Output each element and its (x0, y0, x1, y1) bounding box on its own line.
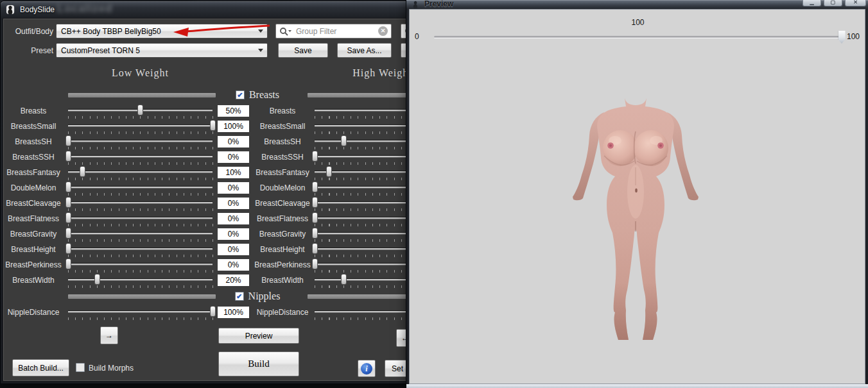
slider-high-BreastFlatness[interactable] (315, 211, 407, 226)
slider-low-DoubleMelon[interactable] (68, 180, 213, 196)
build-button[interactable]: Build (218, 351, 299, 376)
slider-thumb[interactable] (65, 197, 71, 208)
slider-low-BreastCleavage[interactable] (68, 196, 213, 211)
slider-high-BreastsSSH[interactable] (315, 149, 407, 165)
slider-label-high: BreastWidth (252, 276, 313, 285)
slider-value-box[interactable]: 50% (218, 105, 249, 117)
bodyslide-titlebar[interactable]: BodySlide Localized (1, 1, 409, 18)
slider-low-BreastsSH[interactable] (68, 134, 213, 149)
slider-thumb[interactable] (312, 243, 318, 254)
bodyslide-window: BodySlide Localized Outfit/Body CB++ Bod… (1, 1, 409, 384)
slider-high-Breasts[interactable] (315, 103, 407, 119)
slider-value-box[interactable]: 0% (218, 136, 249, 148)
slider-low-BreastsSmall[interactable] (68, 119, 213, 134)
preview-titlebar[interactable]: Preview ▁ ▢ ✕ (406, 0, 868, 9)
clear-filter-icon[interactable]: ✕ (378, 26, 388, 36)
slider-thumb[interactable] (312, 258, 318, 269)
slider-thumb[interactable] (65, 258, 71, 269)
slider-thumb[interactable] (341, 135, 347, 146)
slider-thumb[interactable] (312, 228, 318, 239)
slider-high-BreastsSmall[interactable] (315, 119, 407, 134)
slider-high-BreastPerkiness[interactable] (315, 257, 407, 273)
slider-high-NippleDistance[interactable] (315, 305, 407, 320)
slider-high-BreastsSH[interactable] (315, 134, 407, 149)
slider-value-box[interactable]: 0% (218, 213, 249, 224)
group-checkbox[interactable]: ✔ (236, 90, 245, 99)
slider-value-box[interactable]: 100% (218, 121, 249, 132)
slider-low-BreastsSSH[interactable] (68, 149, 213, 165)
slider-low-BreastsFantasy[interactable] (68, 165, 213, 180)
preview-weight-slider-thumb[interactable] (838, 31, 846, 44)
slider-value-box[interactable]: 10% (218, 167, 249, 178)
group-checkbox[interactable]: ✔ (235, 292, 244, 301)
slider-low-NippleDistance[interactable] (68, 305, 213, 320)
slider-row-BreastWidth: BreastWidth20%BreastWidth (3, 273, 407, 288)
settings-button-clipped[interactable]: Set (385, 360, 407, 377)
maximize-button[interactable]: ▢ (824, 0, 842, 6)
slider-thumb[interactable] (210, 306, 216, 317)
slider-thumb[interactable] (94, 274, 100, 285)
preview-button[interactable]: Preview (218, 328, 299, 344)
group-filter-searchbox[interactable]: Group Filter ✕ (275, 24, 392, 38)
slider-track (315, 202, 407, 203)
about-button[interactable]: i (358, 360, 376, 377)
slider-low-BreastFlatness[interactable] (68, 211, 213, 226)
save-as-button[interactable]: Save As... (337, 43, 392, 58)
slider-thumb[interactable] (210, 120, 216, 131)
slider-thumb[interactable] (65, 151, 71, 162)
preview-weight-slider[interactable] (434, 36, 842, 38)
slider-high-BreastWidth[interactable] (315, 273, 407, 288)
slider-thumb[interactable] (326, 166, 332, 177)
slider-label-high: BreastsSmall (252, 122, 313, 131)
slider-thumb[interactable] (312, 181, 318, 192)
slider-track (315, 125, 407, 126)
slider-track (315, 156, 407, 157)
copy-low-to-high-button[interactable]: → (100, 326, 118, 344)
slider-track (315, 279, 407, 280)
slider-high-BreastCleavage[interactable] (315, 196, 407, 211)
body-model-render[interactable] (564, 96, 707, 342)
batch-build-button[interactable]: Batch Build... (12, 359, 69, 376)
slider-value-box[interactable]: 0% (218, 244, 249, 255)
save-button[interactable]: Save (278, 43, 328, 58)
slider-value-box[interactable]: 100% (218, 307, 249, 318)
minimize-button[interactable]: ▁ (803, 0, 821, 6)
preset-value: CustomPreset TORN 5 (61, 46, 140, 55)
slider-track (68, 233, 213, 234)
build-morphs-checkbox[interactable] (76, 363, 85, 372)
slider-low-BreastWidth[interactable] (68, 273, 213, 288)
slider-thumb[interactable] (341, 274, 347, 285)
slider-high-BreastHeight[interactable] (315, 242, 407, 257)
slider-value-box[interactable]: 0% (218, 182, 249, 194)
slider-low-BreastGravity[interactable] (68, 226, 213, 242)
slider-thumb[interactable] (65, 243, 71, 254)
slider-thumb[interactable] (80, 166, 85, 177)
slider-thumb[interactable] (312, 151, 318, 162)
copy-high-to-low-button[interactable]: ← (396, 329, 407, 347)
slider-value-box[interactable]: 0% (218, 259, 249, 271)
slider-low-Breasts[interactable] (68, 103, 213, 119)
preset-dropdown[interactable]: CustomPreset TORN 5 (56, 43, 268, 58)
close-button[interactable]: ✕ (845, 0, 866, 6)
slider-low-BreastHeight[interactable] (68, 242, 213, 257)
slider-thumb[interactable] (65, 212, 71, 223)
group-checkbox-wrap: ✔Breasts (219, 89, 296, 101)
slider-group-header: ✔Breasts (3, 87, 407, 103)
slider-thumb[interactable] (137, 105, 143, 115)
slider-value-box[interactable]: 20% (218, 274, 249, 286)
slider-high-BreastGravity[interactable] (315, 226, 407, 242)
slider-thumb[interactable] (65, 228, 71, 239)
slider-thumb[interactable] (312, 197, 318, 208)
slider-high-BreastsFantasy[interactable] (315, 165, 407, 180)
slider-value-box[interactable]: 0% (218, 151, 249, 163)
slider-low-BreastPerkiness[interactable] (68, 257, 213, 273)
slider-thumb[interactable] (65, 181, 71, 192)
slider-row-BreastFlatness: BreastFlatness0%BreastFlatness (3, 211, 407, 226)
outfit-body-dropdown[interactable]: CB++ Body TBBP BellyBig50 (56, 24, 268, 38)
slider-value-box[interactable]: 0% (218, 198, 249, 209)
slider-thumb[interactable] (65, 135, 71, 146)
slider-thumb[interactable] (312, 212, 318, 223)
slider-high-DoubleMelon[interactable] (315, 180, 407, 196)
slider-label-high: BreastCleavage (252, 199, 313, 208)
slider-value-box[interactable]: 0% (218, 228, 249, 240)
